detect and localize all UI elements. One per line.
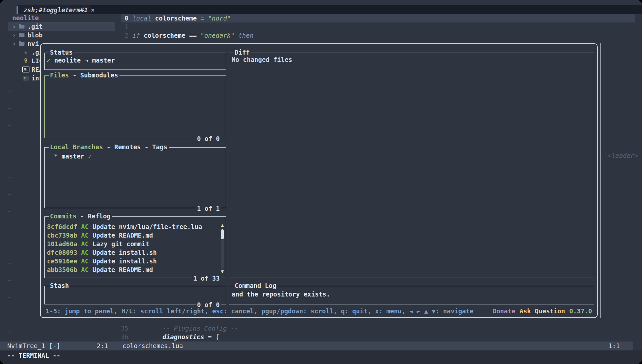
commit-row[interactable]: ce5916ee AC Update install.sh (47, 257, 157, 265)
statusline-buffer: NvimTree_1 [-] (7, 341, 60, 350)
leader-key-hint: '<leader> (604, 151, 638, 160)
scroll-down-icon[interactable]: ▼ (220, 269, 225, 274)
folder-icon (18, 41, 25, 46)
bufferline: zsh;#toggleterm#1 × (0, 5, 642, 14)
command-log-body: and the repository exists. (232, 291, 330, 298)
check-icon: ✓ (47, 57, 50, 64)
statusline-position: 2:1 (97, 341, 108, 350)
folder-icon (18, 33, 25, 37)
chevron-right-icon: › (12, 22, 18, 31)
check-icon: ✓ (88, 153, 92, 160)
string-token: "onedark" (201, 31, 235, 40)
line-number: 2 (115, 31, 128, 40)
branch-row-master[interactable]: * master ✓ (54, 153, 92, 160)
ask-question-link[interactable]: Ask Question (520, 307, 565, 315)
current-branch-star: * (54, 153, 58, 160)
diff-panel[interactable]: Diff No changed files (229, 53, 594, 278)
screenshot-canvas: zsh;#toggleterm#1 × neolite › .git › blo… (0, 0, 642, 364)
keyword-token: if (132, 31, 140, 40)
version-label: 0.37.0 (569, 307, 592, 315)
files-panel[interactable]: Files - Submodules 0 of 0 (44, 75, 226, 138)
empty-buffer-tildes: ~ ~ ~ ~ ~ ~ ~ ~ ~ ~ ~ ~ ~ ~ ~ (7, 82, 11, 341)
line-number: 35 (115, 324, 128, 333)
commit-row[interactable]: 8cf6dcdf AC Update nvim/lua/file-tree.lu… (47, 222, 202, 231)
chevron-right-icon: › (12, 31, 18, 39)
branches-panel-title[interactable]: Local Branches - Remotes - Tags (49, 143, 169, 151)
code-line-36: diagnostics={ (162, 333, 219, 341)
status-panel[interactable]: Status ✓ neolite → master (44, 53, 226, 70)
command-line-area: -- TERMINAL -- (0, 350, 642, 364)
operator-token: == (189, 31, 197, 40)
markdown-icon: M↓ (22, 67, 29, 72)
tab-title: zsh;#toggleterm#1 (23, 6, 88, 14)
tab-toggleterm[interactable]: zsh;#toggleterm#1 × (17, 5, 91, 14)
diff-panel-title[interactable]: Diff (233, 49, 251, 56)
lazygit-window: Status ✓ neolite → master Files - Submod… (40, 43, 598, 318)
line-number: 36 (115, 333, 128, 341)
statusline: NvimTree_1 [-] 2:1 colorschemes.lua 1:1 (0, 341, 633, 350)
commit-row[interactable]: cbc739ab AC Update README.md (47, 231, 153, 240)
stash-panel-title[interactable]: Stash (49, 282, 70, 289)
branches-count: 1 of 1 (196, 205, 221, 212)
line-number: 0 (115, 14, 128, 23)
keyword-token: then (238, 31, 253, 40)
mode-indicator: -- TERMINAL -- (7, 351, 60, 360)
tab-close-icon[interactable]: × (91, 6, 94, 14)
scroll-up-icon[interactable]: ▲ (220, 223, 225, 227)
git-file-icon: ◈ (22, 48, 29, 57)
commits-panel-title[interactable]: Commits - Reflog (49, 212, 112, 220)
scrollbar-thumb[interactable] (221, 229, 224, 239)
tree-item-git-folder[interactable]: › .git (8, 22, 115, 31)
statusline-cursor: 1:1 (609, 341, 620, 350)
diff-body: No changed files (232, 56, 292, 63)
code-line-35: -- Plugins Config -- (162, 324, 238, 333)
status-panel-title[interactable]: Status (49, 49, 74, 56)
status-branch-row[interactable]: ✓ neolite → master (47, 57, 115, 64)
donate-link[interactable]: Donate (492, 307, 515, 315)
key-icon (22, 58, 29, 64)
comment-token: -- Plugins Config -- (162, 324, 238, 333)
command-log-panel[interactable]: Command Log and the repository exists. (229, 286, 594, 304)
commit-row[interactable]: abb3506b AC Update README.md (47, 265, 153, 274)
tab-active-indicator (17, 6, 18, 14)
identifier-token: diagnostics (162, 333, 204, 341)
line-number: 1 (115, 23, 128, 31)
files-count: 0 of 0 (196, 135, 221, 142)
code-line-0: localcolorscheme="nord" (132, 14, 231, 23)
operator-token: = (201, 14, 204, 23)
bufferline-offset (0, 5, 17, 14)
commit-row[interactable]: 101ad60a AC Lazy git commit (47, 240, 149, 248)
shell-script-icon: >_ (22, 76, 29, 81)
tree-item-blob-folder[interactable]: › blob (8, 31, 115, 39)
window-separator (600, 43, 601, 318)
statusline-filename: colorschemes.lua (122, 341, 183, 350)
chevron-right-icon: › (12, 39, 18, 48)
operator-token: = (208, 333, 211, 341)
code-line-2: ifcolorscheme=="onedark"then (132, 31, 253, 40)
commit-row[interactable]: dfc08093 AC Update install.sh (47, 248, 157, 257)
folder-icon (18, 24, 25, 29)
keyword-token: local (132, 14, 151, 23)
identifier-token: colorscheme (144, 31, 185, 40)
files-panel-title[interactable]: Files - Submodules (49, 71, 119, 79)
brace-token: { (215, 333, 219, 341)
terminal-window: zsh;#toggleterm#1 × neolite › .git › blo… (0, 0, 642, 364)
tree-root-label[interactable]: neolite (12, 14, 39, 22)
branches-panel[interactable]: Local Branches - Remotes - Tags * master… (44, 147, 226, 208)
commits-count: 1 of 33 (192, 275, 221, 282)
commits-scrollbar: ▲ ▼ (220, 217, 225, 278)
stash-panel[interactable]: Stash 0 of 0 (44, 286, 226, 304)
keybindings-hint: 1-5: jump to panel, H/L: scroll left/rig… (46, 307, 474, 315)
commits-panel[interactable]: Commits - Reflog 8cf6dcdf AC Update nvim… (44, 216, 226, 278)
lazygit-footer: 1-5: jump to panel, H/L: scroll left/rig… (46, 307, 592, 315)
command-log-title[interactable]: Command Log (233, 282, 278, 289)
identifier-token: colorscheme (155, 14, 197, 23)
string-token: "nord" (208, 14, 231, 23)
